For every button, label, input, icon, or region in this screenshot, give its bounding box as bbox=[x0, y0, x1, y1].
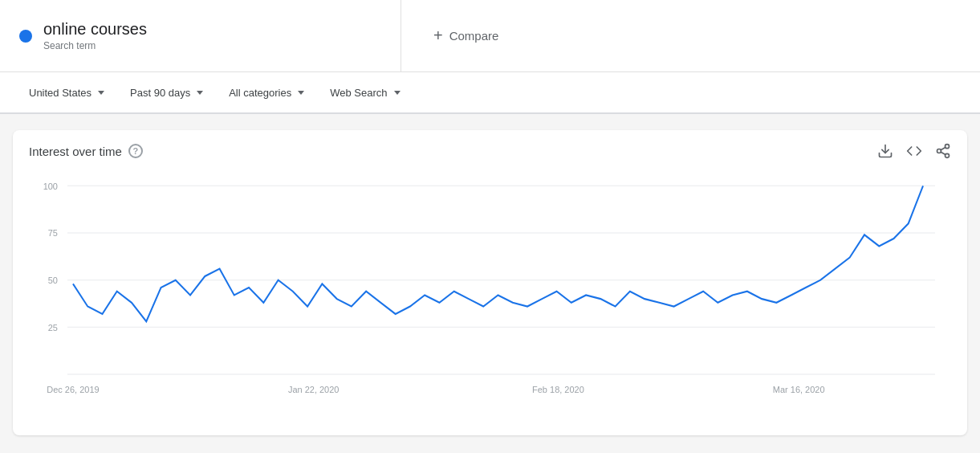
svg-text:25: 25 bbox=[48, 322, 58, 332]
svg-text:Dec 26, 2019: Dec 26, 2019 bbox=[47, 385, 99, 394]
compare-plus-icon: + bbox=[433, 27, 443, 45]
chart-header: Interest over time ? bbox=[13, 143, 967, 169]
svg-text:100: 100 bbox=[43, 181, 58, 190]
svg-text:Jan 22, 2020: Jan 22, 2020 bbox=[288, 385, 340, 394]
search-type-filter[interactable]: Web Search bbox=[320, 80, 409, 105]
time-range-filter-label: Past 90 days bbox=[130, 87, 190, 99]
download-icon[interactable] bbox=[877, 143, 893, 159]
compare-label: Compare bbox=[449, 29, 499, 43]
search-term-label: Search term bbox=[43, 40, 147, 51]
category-filter-label: All categories bbox=[229, 87, 291, 99]
time-range-filter[interactable]: Past 90 days bbox=[120, 80, 213, 105]
compare-section: + Compare bbox=[401, 0, 980, 71]
category-filter[interactable]: All categories bbox=[219, 80, 314, 105]
search-term-name: online courses bbox=[43, 20, 147, 39]
search-term-section: online courses Search term bbox=[0, 0, 401, 71]
location-filter[interactable]: United States bbox=[19, 80, 114, 105]
search-type-chevron-icon bbox=[394, 91, 401, 95]
chart-card: Interest over time ? bbox=[13, 130, 967, 435]
compare-button[interactable]: + Compare bbox=[427, 20, 505, 51]
svg-line-5 bbox=[941, 147, 945, 149]
svg-text:75: 75 bbox=[48, 228, 58, 238]
category-chevron-icon bbox=[298, 91, 304, 95]
help-icon[interactable]: ? bbox=[128, 144, 143, 158]
svg-line-4 bbox=[941, 152, 945, 154]
location-filter-label: United States bbox=[29, 87, 91, 99]
top-bar: online courses Search term + Compare bbox=[0, 0, 980, 72]
svg-text:Mar 16, 2020: Mar 16, 2020 bbox=[773, 385, 825, 394]
search-term-dot bbox=[19, 30, 32, 43]
chart-title: Interest over time bbox=[29, 145, 122, 158]
location-chevron-icon bbox=[98, 91, 104, 95]
main-content: Interest over time ? bbox=[0, 114, 980, 451]
search-type-filter-label: Web Search bbox=[330, 87, 387, 99]
svg-text:Feb 18, 2020: Feb 18, 2020 bbox=[532, 385, 584, 394]
chart-area: 100 75 50 25 Dec 26, 2019 Jan 22, 2020 F… bbox=[13, 169, 967, 426]
chart-actions bbox=[877, 143, 951, 159]
filters-bar: United States Past 90 days All categorie… bbox=[0, 72, 980, 114]
share-icon[interactable] bbox=[935, 143, 951, 159]
chart-svg: 100 75 50 25 Dec 26, 2019 Jan 22, 2020 F… bbox=[29, 169, 951, 426]
svg-text:50: 50 bbox=[48, 275, 58, 285]
time-range-chevron-icon bbox=[197, 91, 203, 95]
search-term-text: online courses Search term bbox=[43, 20, 147, 51]
chart-title-area: Interest over time ? bbox=[29, 144, 143, 158]
embed-icon[interactable] bbox=[906, 143, 922, 159]
